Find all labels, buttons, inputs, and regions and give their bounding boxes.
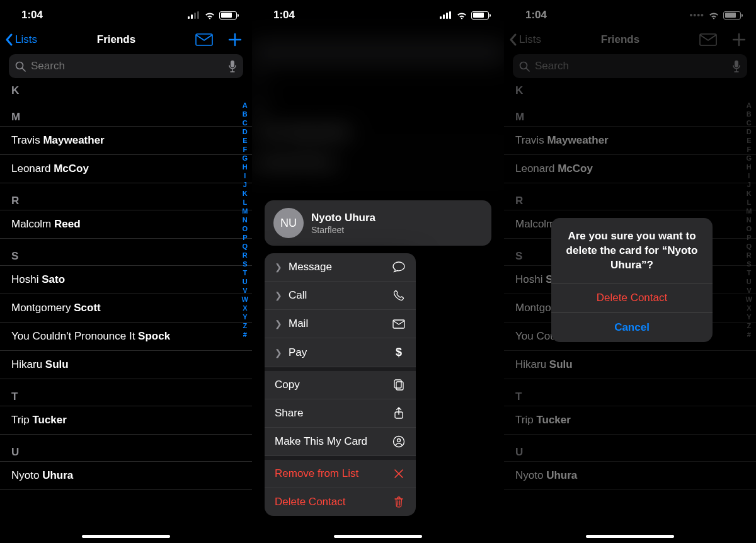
index-letter[interactable]: O: [243, 224, 248, 233]
index-letter[interactable]: C: [243, 118, 248, 127]
navigation-bar: Lists Friends: [0, 25, 252, 53]
page-title: Friends: [97, 33, 135, 46]
index-letter[interactable]: M: [242, 207, 248, 215]
section-header: T: [0, 388, 252, 406]
home-indicator[interactable]: [334, 535, 422, 538]
index-letter[interactable]: N: [243, 215, 248, 224]
index-letter[interactable]: S: [243, 260, 247, 268]
preview-name: Nyoto Uhura: [311, 212, 375, 224]
section-header: R: [0, 192, 252, 210]
menu-copy[interactable]: Copy: [265, 371, 416, 399]
chevron-right-icon: ❯: [275, 290, 282, 300]
index-letter[interactable]: D: [243, 127, 248, 136]
status-time: 1:04: [21, 9, 43, 21]
speech-bubble-icon: [392, 261, 406, 273]
status-bar: 1:04: [0, 0, 252, 25]
index-letter[interactable]: P: [243, 233, 247, 242]
index-letter[interactable]: G: [243, 154, 248, 163]
menu-remove-from-list[interactable]: Remove from List: [265, 460, 416, 488]
search-icon: [15, 61, 26, 72]
menu-share[interactable]: Share: [265, 399, 416, 428]
add-icon[interactable]: [228, 33, 242, 47]
chevron-right-icon: ❯: [275, 319, 282, 329]
search-input[interactable]: [31, 60, 223, 72]
alert-delete-button[interactable]: Delete Contact: [551, 283, 713, 312]
index-letter[interactable]: #: [243, 330, 247, 339]
index-letter[interactable]: F: [243, 145, 247, 154]
wifi-icon: [204, 11, 215, 20]
contact-row[interactable]: Hoshi Sato: [0, 265, 252, 294]
index-letter[interactable]: T: [243, 268, 247, 277]
contact-row[interactable]: Montgomery Scott: [0, 294, 252, 323]
index-letter[interactable]: E: [243, 136, 247, 145]
index-letter[interactable]: A: [243, 101, 248, 110]
svg-point-1: [16, 62, 23, 69]
alphabet-index[interactable]: ABCDEFGHIJKLMNOPQRSTUVWXYZ#: [239, 101, 251, 339]
index-letter[interactable]: Q: [243, 242, 248, 251]
index-letter[interactable]: B: [243, 110, 248, 118]
menu-make-my-card[interactable]: Make This My Card: [265, 428, 416, 456]
back-button[interactable]: Lists: [5, 33, 37, 47]
contact-row[interactable]: Nyoto Uhura: [0, 461, 252, 490]
alert-message: Are you sure you want to delete the card…: [551, 218, 713, 283]
index-letter[interactable]: U: [243, 277, 248, 286]
contact-row[interactable]: Malcolm Reed: [0, 210, 252, 239]
status-icons: [188, 11, 237, 20]
index-letter[interactable]: W: [242, 295, 248, 304]
contact-row[interactable]: Trip Tucker: [0, 406, 252, 435]
back-label: Lists: [15, 33, 37, 46]
index-letter[interactable]: L: [243, 198, 247, 207]
screenshot-context-menu: K M Travis Mayweather Leonard McCoy 1:04…: [252, 0, 504, 543]
index-letter[interactable]: R: [243, 251, 248, 260]
share-icon: [392, 407, 406, 420]
envelope-icon: [392, 319, 406, 329]
section-header: K: [0, 82, 252, 100]
index-letter[interactable]: X: [243, 304, 247, 312]
alert-cancel-button[interactable]: Cancel: [551, 312, 713, 342]
contact-row[interactable]: Leonard McCoy: [0, 155, 252, 183]
index-letter[interactable]: V: [243, 286, 247, 295]
menu-call[interactable]: ❯Call: [265, 282, 416, 310]
contact-row[interactable]: You Couldn't Pronounce It Spock: [0, 323, 252, 351]
index-letter[interactable]: Y: [243, 312, 247, 321]
dollar-icon: $: [392, 346, 406, 359]
contact-row[interactable]: Travis Mayweather: [0, 126, 252, 155]
menu-message[interactable]: ❯Message: [265, 253, 416, 282]
section-header: M: [0, 108, 252, 126]
index-letter[interactable]: Z: [243, 321, 247, 330]
screenshot-delete-alert: 1:04 •••• Lists Friends: [504, 0, 756, 543]
chevron-left-icon: [5, 33, 14, 47]
status-icons: [440, 11, 489, 20]
cellular-icon: [440, 11, 452, 19]
menu-pay[interactable]: ❯Pay $: [265, 338, 416, 367]
preview-subtitle: Starfleet: [311, 225, 375, 235]
avatar: NU: [273, 208, 304, 238]
copy-icon: [392, 379, 406, 391]
menu-delete-contact[interactable]: Delete Contact: [265, 488, 416, 516]
index-letter[interactable]: H: [243, 163, 248, 171]
wifi-icon: [456, 11, 467, 20]
person-circle-icon: [392, 435, 406, 448]
index-letter[interactable]: K: [243, 189, 248, 198]
contact-row[interactable]: Hikaru Sulu: [0, 351, 252, 379]
search-field[interactable]: [9, 54, 243, 78]
svg-rect-5: [394, 380, 401, 388]
section-header: S: [0, 248, 252, 265]
svg-rect-2: [231, 60, 234, 67]
chevron-right-icon: ❯: [275, 262, 282, 272]
mic-icon[interactable]: [228, 60, 237, 72]
home-indicator[interactable]: [82, 535, 170, 538]
mail-icon[interactable]: [195, 33, 213, 46]
contact-preview-card[interactable]: NU Nyoto Uhura Starfleet: [265, 200, 491, 246]
cellular-icon: [188, 11, 200, 19]
delete-alert: Are you sure you want to delete the card…: [551, 218, 713, 342]
index-letter[interactable]: I: [244, 171, 246, 180]
status-time: 1:04: [273, 9, 295, 21]
menu-mail[interactable]: ❯Mail: [265, 310, 416, 338]
svg-rect-4: [396, 382, 403, 390]
index-letter[interactable]: J: [243, 180, 247, 189]
trash-icon: [392, 496, 406, 508]
chevron-right-icon: ❯: [275, 348, 282, 358]
home-indicator[interactable]: [586, 535, 674, 538]
screenshot-contacts-list: 1:04 Lists Friends: [0, 0, 252, 543]
